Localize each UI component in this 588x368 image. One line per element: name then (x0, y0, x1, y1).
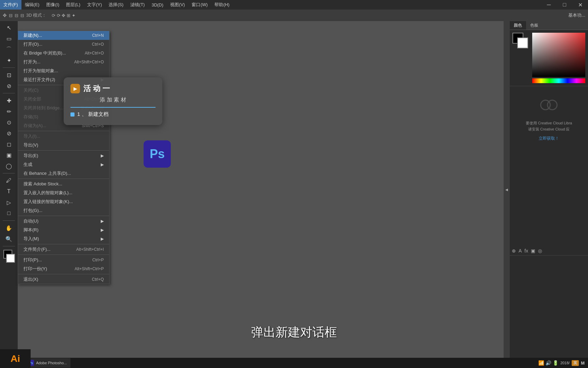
menu-open-as[interactable]: 打开为... Alt+Shift+Ctrl+O (18, 58, 109, 66)
menu-file-info[interactable]: 文件简介(F)... Alt+Shift+Ctrl+I (18, 245, 109, 254)
tool-zoom[interactable]: 🔍 (3, 234, 15, 244)
menu-import[interactable]: 导入(I)... (18, 132, 109, 141)
bg-swatch[interactable] (517, 37, 528, 48)
maximize-button[interactable]: □ (557, 0, 572, 10)
tooltip-bullet: 1 、 新建文档 (70, 111, 156, 118)
right-panel: ◀ 颜色 色板 要使用 Creative Cloud Libra 请安装 Cre… (510, 21, 588, 358)
cc-get-now-link[interactable]: 立即获取！ (513, 136, 585, 141)
menu-export-e-label: 导出(E) (23, 153, 38, 159)
menu-close-label: 关闭(C) (23, 87, 38, 93)
menu-open-label: 打开(O)... (23, 41, 43, 47)
minimize-button[interactable]: ─ (541, 0, 557, 10)
tooltip-subtitle: 添 加 素 材 (70, 96, 156, 104)
panel-toggle[interactable]: ◀ (504, 21, 510, 358)
tool-crop[interactable]: ⊡ (3, 70, 15, 80)
menu-new[interactable]: 新建(N)... Ctrl+N (18, 31, 109, 40)
tool-select-rect[interactable]: ▭ (3, 33, 15, 44)
menu-bridge[interactable]: 在 Bridge 中浏览(B)... Alt+Ctrl+O (18, 49, 109, 58)
background-color[interactable] (6, 254, 15, 263)
menu-print[interactable]: 打印(P)... Ctrl+P (18, 256, 109, 264)
menu-script[interactable]: 脚本(R) ▶ (18, 226, 109, 234)
cc-description-1: 要使用 Creative Cloud Libra (513, 120, 585, 126)
tool-eraser[interactable]: ◻ (3, 139, 15, 149)
taskbar-ps-app[interactable]: Ps Adobe Photosho... (24, 358, 70, 368)
menu-exit-label: 退出(X) (23, 276, 38, 282)
toolbar-move-icon[interactable]: ✥ (3, 13, 7, 18)
menu-stock[interactable]: 搜索 Adobe Stock... (18, 180, 109, 188)
tool-brush[interactable]: ✏ (3, 106, 15, 117)
fill-icon[interactable]: ▣ (531, 248, 535, 254)
menu-image[interactable]: 图像(I) (43, 0, 63, 10)
tab-swatches[interactable]: 色板 (526, 21, 542, 30)
tool-dodge[interactable]: ◯ (3, 161, 15, 171)
tool-path-select[interactable]: ▷ (3, 197, 15, 208)
tool-shape[interactable]: □ (3, 208, 15, 218)
menu-exit[interactable]: 退出(X) Ctrl+Q (18, 275, 109, 284)
tooltip-divider (70, 107, 156, 108)
tool-hand[interactable]: ✋ (3, 223, 15, 233)
toolbar-align-right[interactable]: ⊟ (20, 13, 24, 18)
menu-layer[interactable]: 图层(L) (63, 0, 84, 10)
tool-lasso[interactable]: ⌒ (3, 44, 15, 55)
menu-automate[interactable]: 自动(U) ▶ (18, 217, 109, 226)
tool-history[interactable]: ⊘ (3, 128, 15, 138)
tool-healing[interactable]: ✚ (3, 95, 15, 106)
tool-gradient[interactable]: ▣ (3, 150, 15, 160)
color-gradient[interactable] (532, 33, 585, 77)
menu-automate-label: 自动(U) (23, 218, 38, 224)
tool-eyedropper[interactable]: ⊘ (3, 81, 15, 91)
menu-window[interactable]: 窗口(W) (188, 0, 211, 10)
menu-select[interactable]: 选择(S) (105, 0, 127, 10)
close-button[interactable]: ✕ (572, 0, 588, 10)
taskbar-input-method: M (581, 361, 585, 366)
fx-icon[interactable]: fx (524, 248, 528, 254)
toolbar-align-center[interactable]: ⊟ (15, 13, 18, 18)
menu-export-e-arrow: ▶ (101, 153, 104, 158)
menu-embed-smart[interactable]: 置入嵌入的智能对象(L)... (18, 188, 109, 197)
tool-move[interactable]: ↖ (3, 22, 15, 33)
menu-print-one-shortcut: Alt+Shift+Ctrl+P (75, 266, 104, 271)
menu-open[interactable]: 打开(O)... Ctrl+O (18, 40, 109, 49)
menu-automate-arrow: ▶ (101, 219, 104, 224)
tooltip-content: 1 、 新建文档 (70, 111, 156, 118)
color-panel-header: 颜色 色板 (510, 21, 588, 30)
menu-package[interactable]: 打包(G)... (18, 206, 109, 215)
menu-3d[interactable]: 3D(D) (148, 0, 167, 10)
battery-icon: 🔋 (553, 360, 558, 366)
tool-magic-wand[interactable]: ✦ (3, 55, 15, 65)
menu-help[interactable]: 帮助(H) (211, 0, 233, 10)
tab-color[interactable]: 颜色 (510, 21, 526, 30)
text-icon[interactable]: A (519, 248, 522, 254)
tool-pen[interactable]: 🖊 (3, 175, 15, 186)
ai-badge-text: Ai (11, 353, 20, 364)
ps-icon: Ps (144, 140, 171, 168)
menu-open-smart[interactable]: 打开为智能对象... (18, 66, 109, 75)
menu-import-m[interactable]: 导入(M) ▶ (18, 234, 109, 243)
menu-edit[interactable]: 编辑(E) (21, 0, 43, 10)
ai-badge: Ai (0, 349, 31, 368)
toolbar-align-left[interactable]: ⊟ (9, 13, 13, 18)
menu-behance[interactable]: 在 Behance 上共享(D)... (18, 169, 109, 178)
menu-export-v[interactable]: 导出(V) (18, 141, 109, 150)
menu-export-e[interactable]: 导出(E) ▶ (18, 151, 109, 160)
menu-print-one[interactable]: 打印一份(Y) Alt+Shift+Ctrl+P (18, 264, 109, 273)
hue-slider[interactable] (532, 78, 585, 83)
menu-linked-smart[interactable]: 置入链接的智能对象(K)... (18, 197, 109, 206)
menu-file[interactable]: 文件(F) (0, 0, 21, 10)
menu-export-v-label: 导出(V) (23, 142, 38, 148)
add-layer-icon[interactable]: ⊕ (512, 248, 516, 254)
menu-text[interactable]: 文字(Y) (84, 0, 105, 10)
menu-view[interactable]: 视图(V) (167, 0, 188, 10)
menu-open-smart-label: 打开为智能对象... (23, 68, 58, 74)
taskbar-lang-label: 英 (572, 360, 579, 366)
menu-generate[interactable]: 生成 ▶ (18, 160, 109, 169)
menu-save-label: 存储(S) (23, 114, 38, 120)
tooltip-icon-symbol: ▶ (74, 86, 77, 91)
file-dropdown-menu: 新建(N)... Ctrl+N 打开(O)... Ctrl+O 在 Bridge… (18, 31, 110, 284)
menu-behance-label: 在 Behance 上共享(D)... (23, 170, 71, 177)
tool-clone[interactable]: ⊙ (3, 117, 15, 127)
adjustment-icon[interactable]: ◎ (538, 248, 542, 254)
toolbar-mode-3d: 3D 模式： (26, 12, 46, 18)
tool-type[interactable]: T (3, 186, 15, 197)
menu-filter[interactable]: 滤镜(T) (127, 0, 148, 10)
